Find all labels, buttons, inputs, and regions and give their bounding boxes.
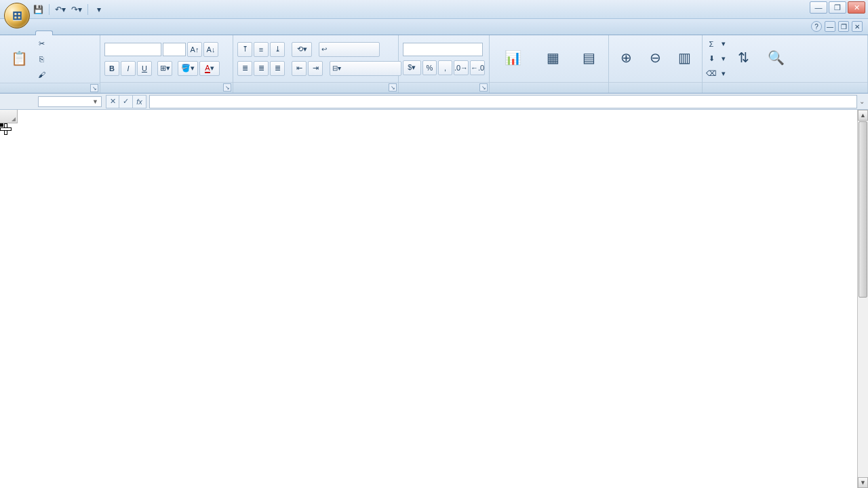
ribbon: 📋 ✂ ⎘ 🖌 ↘ A↑ A↓ B I U ⊞▾ [0, 35, 868, 94]
align-top[interactable]: ⤒ [237, 42, 252, 57]
delete-icon: ⊖ [646, 48, 665, 67]
scroll-down-button[interactable]: ▼ [858, 477, 868, 488]
minimize-ribbon[interactable]: — [825, 21, 835, 32]
delete-cells-button[interactable]: ⊖ [642, 37, 669, 81]
group-number: $▾ % , .0→ ←.0 ↘ [399, 35, 490, 93]
increase-decimal[interactable]: .0→ [454, 60, 469, 75]
currency-button[interactable]: $▾ [403, 60, 421, 75]
decrease-decimal[interactable]: ←.0 [470, 60, 485, 75]
table-icon: ▦ [543, 48, 562, 67]
cancel-edit-button[interactable]: ✕ [106, 95, 119, 108]
increase-indent[interactable]: ⇥ [308, 61, 323, 76]
group-alignment: ⤒ ≡ ⤓ ⟲▾ ↩ ≣ ≣ ≣ ⇤ ⇥ ⊟ ▾ ↘ [233, 35, 399, 93]
align-left[interactable]: ≣ [237, 61, 252, 76]
expand-formula-bar[interactable]: ⌄ [857, 95, 867, 108]
cut-button[interactable]: ✂ [37, 37, 49, 50]
group-cells: ⊕ ⊖ ▥ [609, 35, 703, 93]
maximize-button[interactable]: ❐ [829, 1, 846, 14]
scroll-up-button[interactable]: ▲ [858, 110, 868, 121]
copy-button[interactable]: ⎘ [37, 52, 49, 66]
paste-button[interactable]: 📋 [4, 37, 34, 81]
quick-access-toolbar: 💾 ↶▾ ↷▾ ▾ [31, 3, 106, 16]
ribbon-tabs: ? — ❐ ✕ [0, 19, 868, 35]
percent-button[interactable]: % [422, 60, 437, 75]
eraser-icon: ⌫ [707, 69, 716, 79]
cell-styles-button[interactable]: ▤ [573, 37, 604, 81]
enter-edit-button[interactable]: ✓ [119, 95, 133, 108]
tab-page-layout[interactable] [71, 30, 88, 35]
font-size-input[interactable] [163, 43, 186, 56]
align-middle[interactable]: ≡ [254, 42, 269, 57]
wrap-text-button[interactable]: ↩ [319, 42, 380, 57]
dialog-launcher[interactable]: ↘ [479, 83, 488, 92]
fill-handle[interactable] [0, 123, 3, 127]
autosum-button[interactable]: Σ ▾ [707, 37, 726, 51]
underline-button[interactable]: U [137, 61, 152, 76]
sort-filter-button[interactable]: ⇅ [728, 37, 758, 81]
formula-bar[interactable] [149, 95, 857, 108]
window-controls: — ❐ ✕ [810, 1, 865, 14]
dialog-launcher[interactable]: ↘ [223, 83, 231, 92]
fill-button[interactable]: ⬇ ▾ [707, 52, 726, 66]
fill-color-button[interactable]: 🪣▾ [178, 61, 198, 76]
dialog-launcher[interactable]: ↘ [389, 83, 397, 92]
clear-button[interactable]: ⌫ ▾ [707, 67, 726, 81]
tab-review[interactable] [123, 30, 141, 35]
find-select-button[interactable]: 🔍 [761, 37, 791, 81]
format-as-table-button[interactable]: ▦ [536, 37, 571, 81]
conditional-formatting-button[interactable]: 📊 [494, 37, 533, 81]
fill-icon: ⬇ [707, 54, 716, 64]
office-button[interactable]: ⊞ [4, 3, 30, 28]
comma-button[interactable]: , [438, 60, 452, 75]
close-button[interactable]: ✕ [848, 1, 865, 14]
shrink-font[interactable]: A↓ [203, 42, 218, 57]
cell-cursor-icon [0, 123, 11, 134]
undo-button[interactable]: ↶▾ [54, 3, 67, 16]
bold-button[interactable]: B [104, 61, 119, 76]
decrease-indent[interactable]: ⇤ [292, 61, 307, 76]
align-center[interactable]: ≣ [254, 61, 269, 76]
sort-icon: ⇅ [734, 48, 753, 67]
titlebar: ⊞ 💾 ↶▾ ↷▾ ▾ — ❐ ✕ [0, 0, 868, 19]
worksheet-grid[interactable] [0, 110, 857, 488]
insert-cells-button[interactable]: ⊕ [613, 37, 639, 81]
format-painter-button[interactable]: 🖌 [37, 68, 49, 81]
scroll-thumb[interactable] [859, 121, 867, 298]
number-format-select[interactable] [403, 43, 483, 56]
format-cells-button[interactable]: ▥ [671, 37, 698, 81]
tab-insert[interactable] [53, 30, 71, 35]
sigma-icon: Σ [707, 39, 716, 49]
border-button[interactable]: ⊞▾ [157, 61, 172, 76]
formula-bar-row: ▼ ✕ ✓ fx ⌄ [0, 94, 868, 110]
tab-data[interactable] [106, 30, 123, 35]
format-icon: ▥ [675, 48, 694, 67]
italic-button[interactable]: I [121, 61, 136, 76]
merge-center-button[interactable]: ⊟ ▾ [330, 61, 401, 76]
redo-button[interactable]: ↷▾ [70, 3, 83, 16]
tab-formulas[interactable] [88, 30, 106, 35]
group-styles: 📊 ▦ ▤ [490, 35, 609, 93]
help-icon[interactable]: ? [811, 21, 822, 32]
orientation-button[interactable]: ⟲▾ [292, 42, 312, 57]
restore-window[interactable]: ❐ [838, 21, 849, 32]
name-box[interactable]: ▼ [38, 96, 102, 107]
close-workbook[interactable]: ✕ [852, 21, 863, 32]
font-color-button[interactable]: A▾ [199, 61, 220, 76]
font-name-input[interactable] [104, 43, 161, 56]
align-right[interactable]: ≣ [270, 61, 285, 76]
tab-view[interactable] [141, 30, 159, 35]
align-bottom[interactable]: ⤓ [270, 42, 285, 57]
select-all-button[interactable] [0, 110, 18, 123]
vertical-scrollbar[interactable]: ▲ ▼ [857, 110, 868, 488]
insert-function-button[interactable]: fx [133, 95, 146, 108]
save-button[interactable]: 💾 [31, 3, 45, 16]
qat-customize[interactable]: ▾ [92, 3, 106, 16]
minimize-button[interactable]: — [810, 1, 827, 14]
dialog-launcher[interactable]: ↘ [90, 84, 98, 92]
group-editing: Σ ▾ ⬇ ▾ ⌫ ▾ ⇅ 🔍 [703, 35, 868, 93]
tab-home[interactable] [35, 30, 53, 35]
active-cell[interactable] [0, 123, 3, 126]
brush-icon: 🖌 [37, 70, 46, 79]
grow-font[interactable]: A↑ [187, 42, 202, 57]
insert-icon: ⊕ [617, 48, 636, 67]
